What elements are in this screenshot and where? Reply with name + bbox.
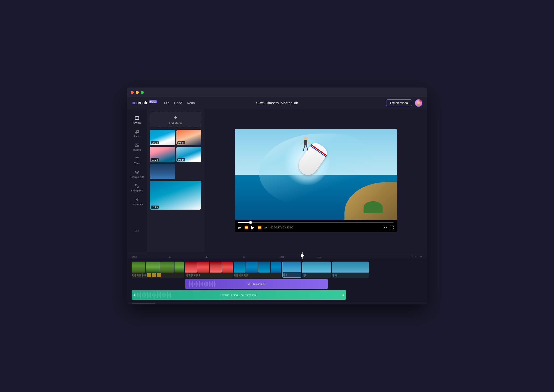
thumb-duration-6: 01:06 [151,206,159,209]
clip-beach[interactable] [132,262,184,278]
clip-wave[interactable] [234,262,281,278]
clip-surf-light3[interactable] [332,262,369,278]
export-button[interactable]: Export Video [386,99,412,106]
logo: cocreate BETA [132,100,157,105]
ruler-115: 1:15 [316,256,321,258]
sidebar-item-audio[interactable]: Audio [127,127,147,140]
sidebar-item-graphics[interactable]: 8 Graphics [127,182,147,194]
progress-handle[interactable] [249,221,252,224]
svg-point-9 [135,132,137,133]
preview-area: ⏮ ⏪ ▶ ⏩ ⏭ 00:00:17 / 03:30:00 [204,109,427,252]
svg-line-18 [307,142,311,144]
timeline-area: 0sec 15 30 45 1min 1:15 + − ↔ [127,252,427,304]
svg-rect-16 [304,140,307,146]
sidebar-label-images: Images [133,148,141,151]
sidebar-label-audio: Audio [134,135,140,138]
add-media-label: Add Media [169,122,182,125]
skip-forward-button[interactable]: ⏭ [264,225,268,229]
sidebar-label-titles: Titles [134,162,140,165]
avatar: 3 [415,99,422,107]
sidebar-item-titles[interactable]: Titles [127,154,147,167]
controls-row: ⏮ ⏪ ▶ ⏩ ⏭ 00:00:17 / 03:30:00 [238,225,394,230]
media-thumb-2[interactable]: 00:34 [176,130,201,145]
menubar-right: Export Video 3 [386,99,422,107]
thumb-duration-1: 00:15 [151,141,159,144]
music-track-row: ◀ Let'sGoSurfing_TheDrums.mp3 ▶ [132,290,422,300]
ruler-30: 30 [206,256,208,258]
media-thumb-1[interactable]: 00:15 [150,130,175,145]
rewind-button[interactable]: ⏪ [244,225,248,229]
progress-fill [238,222,250,223]
music-track[interactable]: ◀ Let'sGoSurfing_TheDrums.mp3 ▶ [132,290,346,300]
ruler-1min: 1min [279,256,285,258]
clip-surf-light1[interactable] [282,262,301,278]
add-plus-icon: + [174,114,177,121]
media-thumb-6[interactable]: 01:06 [150,181,201,210]
skip-back-button[interactable]: ⏮ [238,225,242,229]
minimize-button[interactable] [136,91,139,94]
media-thumb-5[interactable] [150,164,175,179]
sidebar-item-backgrounds[interactable]: Backgrounds [127,168,147,180]
music-label: Let'sGoSurfing_TheDrums.mp3 [134,294,343,296]
timeline-playhead[interactable] [302,252,303,259]
app-window: cocreate BETA File Undo Redo SWellChaser… [127,88,427,304]
vo-track[interactable]: VO_Taylor.mp3 [185,279,328,289]
thumb-duration-3: 01:28 [151,158,159,161]
shapes-icon [135,184,139,188]
text-icon [135,156,139,161]
clip-surf[interactable] [185,262,233,278]
add-media-button[interactable]: + Add Media [150,112,201,127]
scrollbar-thumb[interactable] [132,303,155,304]
sidebar-label-backgrounds: Backgrounds [130,176,144,178]
notification-badge: 3 [419,99,422,102]
content-body: Footage Audio [127,109,427,304]
video-controls: ⏮ ⏪ ▶ ⏩ ⏭ 00:00:17 / 03:30:00 [235,220,397,232]
media-thumb-4[interactable]: 00:44 [176,147,201,162]
controls-left: ⏮ ⏪ ▶ ⏩ ⏭ 00:00:17 / 03:30:00 [238,225,293,230]
media-panel: + Add Media 00:15 00:34 [147,109,204,252]
image-icon [135,143,139,147]
menu-redo[interactable]: Redo [187,101,195,105]
sidebar: Footage Audio [127,109,147,252]
video-frame [235,129,397,220]
volume-button[interactable] [384,225,387,229]
zoom-in-button[interactable]: + [411,254,413,259]
play-button[interactable]: ▶ [251,225,255,230]
thumb-duration-2: 00:34 [177,141,185,144]
timeline-scrollbar[interactable] [127,302,427,304]
menu-file[interactable]: File [164,101,169,105]
playhead-handle[interactable] [301,254,304,257]
svg-rect-2 [135,117,139,119]
media-thumb-3[interactable]: 01:28 [150,147,175,162]
progress-bar[interactable] [238,222,394,223]
menu-undo[interactable]: Undo [174,101,182,105]
fast-forward-button[interactable]: ⏩ [257,225,262,229]
clip-surf-light2[interactable] [302,262,331,278]
timeline-ruler: 0sec 15 30 45 1min 1:15 + − ↔ [127,252,427,259]
vo-label: VO_Taylor.mp3 [188,283,325,285]
maximize-button[interactable] [141,91,144,94]
music-icon [135,129,139,134]
sidebar-item-transitions[interactable]: Transitions [127,195,147,207]
fit-button[interactable]: ↔ [419,254,422,258]
menubar: cocreate BETA File Undo Redo SWellChaser… [127,97,427,109]
titlebar [127,88,427,97]
ruler-45: 45 [242,256,245,258]
sidebar-label-transitions: Transitions [131,203,143,206]
zoom-out-button[interactable]: − [415,254,417,259]
film-icon [135,116,139,120]
sidebar-item-footage[interactable]: Footage [127,114,147,126]
lightning-icon [135,197,139,202]
fullscreen-button[interactable] [390,225,394,229]
collapse-button[interactable]: << [135,229,139,233]
surfer-figure [300,136,312,155]
time-display: 00:00:17 / 03:30:00 [270,226,293,229]
svg-point-1 [416,104,421,106]
beta-badge: BETA [149,100,157,103]
thumb-duration-5 [151,178,153,178]
sidebar-item-images[interactable]: Images [127,141,147,153]
close-button[interactable] [131,91,134,94]
upper-section: Footage Audio [127,109,427,252]
sidebar-label-graphics: 8 Graphics [131,189,143,192]
track-clips [132,262,422,278]
